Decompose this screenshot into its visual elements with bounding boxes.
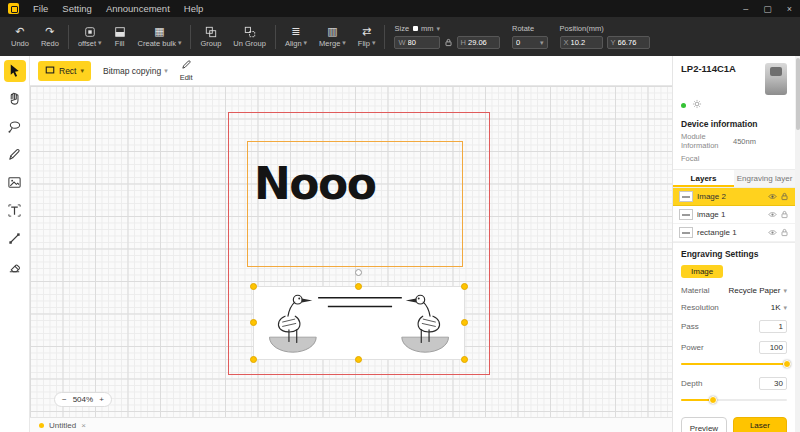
chevron-down-icon: ▾ [98,39,102,47]
rotate-field[interactable]: ▾ [512,36,548,49]
chevron-down-icon: ▾ [540,39,544,47]
power-input[interactable]: 100 [759,341,787,354]
chevron-down-icon: ▾ [783,304,787,312]
fill-button[interactable]: Fill [108,26,132,48]
context-toolbar: Rect ▾ Bitmap copying ▾ Edit [30,56,672,86]
pen-tool[interactable] [4,144,26,166]
depth-slider[interactable] [681,395,787,405]
eye-icon[interactable] [768,192,777,201]
ungroup-button[interactable]: Un Group [227,26,272,48]
artwork-text[interactable]: Nooo [254,162,376,206]
power-slider-knob[interactable] [783,360,791,368]
lock-icon[interactable] [780,192,789,201]
resolution-dropdown[interactable]: 1K ▾ [771,303,787,312]
zoom-out-button[interactable]: − [62,395,67,404]
height-field[interactable]: H [457,36,500,49]
pass-label: Pass [681,322,699,331]
device-info-label: Module Information [681,132,733,151]
position-y-input[interactable] [618,38,646,47]
power-slider[interactable] [681,359,787,369]
menu-help[interactable]: Help [184,3,204,14]
flip-button[interactable]: ⇄ Flip▾ [352,26,382,48]
layer-row[interactable]: image 1 [673,206,795,224]
tab-close-icon[interactable]: × [81,421,86,430]
unit-dropdown[interactable]: mm ▾ [413,24,440,33]
rect-shape-label: Rect [59,66,76,76]
pass-input[interactable]: 1 [759,320,787,333]
undo-icon: ↶ [15,26,24,38]
group-button[interactable]: Group [194,26,227,48]
menu-file[interactable]: File [33,3,48,14]
document-tab[interactable]: Untitled [49,421,76,430]
menu-announcement[interactable]: Announcement [106,3,170,14]
offset-button[interactable]: offset▾ [72,26,108,48]
position-label: Position(mm) [560,24,604,33]
maximize-button[interactable]: ▢ [763,4,772,14]
position-x-input[interactable] [571,38,599,47]
rotate-handle[interactable] [355,269,362,276]
position-x-field[interactable]: X [560,36,603,49]
edit-button[interactable]: Edit [180,59,193,82]
resize-handle[interactable] [461,283,468,290]
tab-layers[interactable]: Layers [673,170,734,187]
position-y-field[interactable]: Y [607,36,650,49]
panel-scrollbar[interactable] [795,56,800,432]
resize-handle[interactable] [355,356,362,363]
zoom-in-button[interactable]: + [99,395,104,404]
resize-handle[interactable] [461,356,468,363]
cursor-arrow-icon [7,63,22,80]
merge-label: Merge [319,39,340,48]
bitmap-copying-button[interactable]: Bitmap copying ▾ [103,66,168,76]
material-dropdown[interactable]: Recycle Paper ▾ [728,286,787,295]
aspect-lock-icon[interactable] [444,38,453,47]
device-settings-gear-icon[interactable] [692,99,702,111]
rect-shape-button[interactable]: Rect ▾ [38,61,91,81]
width-field[interactable]: W [394,36,439,49]
menu-setting[interactable]: Setting [62,3,92,14]
close-button[interactable]: × [787,4,792,14]
resize-handle[interactable] [250,319,257,326]
resize-handle[interactable] [355,283,362,290]
line-icon [7,231,22,248]
hand-tool[interactable] [4,88,26,110]
image-icon [7,175,22,192]
eye-icon[interactable] [768,228,777,237]
lock-icon[interactable] [780,228,789,237]
tab-engraving-layer[interactable]: Engraving layer [734,170,795,187]
minimize-button[interactable]: – [743,4,748,14]
depth-input[interactable]: 30 [759,377,787,390]
device-info-row: Focal [681,154,787,163]
create-bulk-button[interactable]: ▦ Create bulk▾ [132,26,188,48]
lock-icon[interactable] [780,210,789,219]
preview-button[interactable]: Preview [681,417,727,432]
redo-button[interactable]: ↷ Redo [35,26,65,48]
text-tool[interactable] [4,200,26,222]
resize-handle[interactable] [250,356,257,363]
merge-button[interactable]: ▥ Merge▾ [313,26,352,48]
design-canvas[interactable]: Nooo [30,86,672,417]
height-input[interactable] [468,38,496,47]
lasso-tool[interactable] [4,116,26,138]
line-tool[interactable] [4,228,26,250]
eraser-tool[interactable] [4,256,26,278]
laser-engraving-button[interactable]: Laser engraving [733,417,787,432]
flip-label: Flip [358,39,370,48]
eye-icon[interactable] [768,210,777,219]
rotate-input[interactable] [516,38,538,47]
lasso-icon [7,119,22,136]
artwork-image[interactable] [253,286,465,360]
layer-row[interactable]: Image 2 [673,188,795,206]
depth-slider-knob[interactable] [709,396,717,404]
align-button[interactable]: ≣ Align▾ [279,26,313,48]
layer-thumbnail [679,209,693,220]
layer-row[interactable]: rectangle 1 [673,224,795,242]
layer-type-tag[interactable]: Image [681,265,723,278]
scrollbar-thumb[interactable] [796,58,800,130]
resize-handle[interactable] [461,319,468,326]
undo-button[interactable]: ↶ Undo [5,26,35,48]
select-tool[interactable] [4,60,26,82]
width-input[interactable] [408,38,436,47]
image-tool[interactable] [4,172,26,194]
resize-handle[interactable] [250,283,257,290]
zoom-control: − 504% + [54,392,112,407]
